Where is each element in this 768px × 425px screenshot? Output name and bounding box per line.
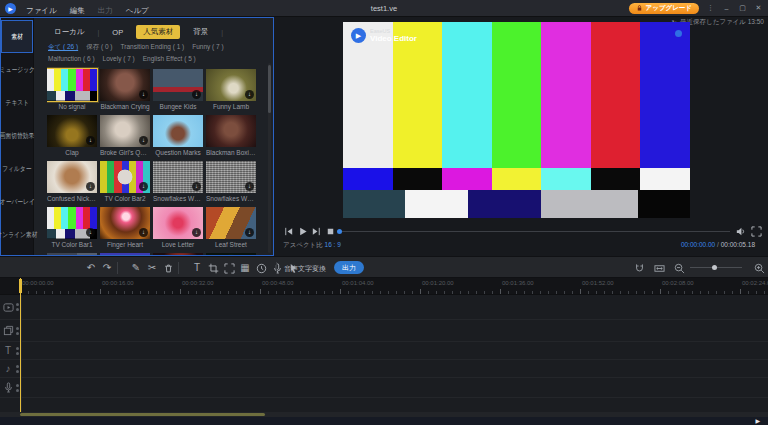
- magnet-icon[interactable]: [633, 262, 645, 274]
- zoom-out-icon[interactable]: [673, 262, 685, 274]
- thumbnail[interactable]: ↓: [47, 207, 97, 239]
- download-icon[interactable]: ↓: [192, 228, 201, 237]
- thumbnail[interactable]: [47, 253, 97, 255]
- download-icon[interactable]: ↓: [139, 136, 148, 145]
- aspect-ratio[interactable]: アスペクト比 16 : 9: [283, 241, 341, 250]
- list-item[interactable]: Blackman Boxing Sm...: [206, 115, 256, 157]
- thumbnail[interactable]: ↓: [100, 115, 150, 147]
- track-toggle-icon[interactable]: [16, 308, 19, 311]
- mic-track-icon[interactable]: [2, 382, 14, 394]
- list-item[interactable]: ↓Clap: [47, 115, 97, 157]
- edit-icon[interactable]: ✎: [130, 262, 142, 274]
- step-back-icon[interactable]: [283, 226, 294, 237]
- filter-link-7[interactable]: English Effect ( 5 ): [143, 55, 196, 62]
- menu-2[interactable]: 編集: [70, 6, 85, 15]
- list-item[interactable]: ↓TV Color Bar2: [100, 161, 150, 203]
- voiceover-track[interactable]: [0, 378, 768, 398]
- download-icon[interactable]: ↓: [139, 90, 148, 99]
- stop-icon[interactable]: [325, 226, 336, 237]
- text-icon[interactable]: T: [191, 262, 203, 274]
- crop-icon[interactable]: [207, 262, 219, 274]
- delete-icon[interactable]: [162, 262, 174, 274]
- download-icon[interactable]: ↓: [86, 182, 95, 191]
- voiceover-icon[interactable]: [271, 262, 283, 274]
- filter-link-5[interactable]: Malfunction ( 6 ): [48, 55, 95, 62]
- tab-2[interactable]: OP: [105, 26, 130, 39]
- download-icon[interactable]: ↓: [139, 182, 148, 191]
- video-track-icon[interactable]: [2, 301, 14, 313]
- sidebar-item-3[interactable]: テキスト: [1, 86, 33, 119]
- download-icon[interactable]: ↓: [245, 182, 254, 191]
- speech-to-text-button[interactable]: 音声文字変換: [284, 264, 326, 274]
- thumbnail[interactable]: ↓: [153, 207, 203, 239]
- thumbnail[interactable]: ↓: [47, 115, 97, 147]
- export-button[interactable]: 出力: [334, 261, 364, 274]
- download-icon[interactable]: ↓: [192, 182, 201, 191]
- list-item[interactable]: [206, 253, 256, 255]
- step-forward-icon[interactable]: [311, 226, 322, 237]
- download-icon[interactable]: ↓: [245, 90, 254, 99]
- timeline-expand-arrow-icon[interactable]: ▶: [755, 418, 760, 424]
- thumbnail[interactable]: ↓: [206, 207, 256, 239]
- thumbnail[interactable]: ↓: [100, 69, 150, 101]
- mosaic-icon[interactable]: ▦: [239, 262, 251, 274]
- track-toggle-icon[interactable]: [16, 352, 19, 355]
- library-scroll-thumb[interactable]: [268, 65, 271, 113]
- download-icon[interactable]: ↓: [139, 228, 148, 237]
- fit-timeline-icon[interactable]: [653, 262, 665, 274]
- tab-1[interactable]: ローカル: [47, 25, 92, 39]
- play-icon[interactable]: [297, 226, 308, 237]
- volume-icon[interactable]: [735, 226, 746, 237]
- close-button[interactable]: ✕: [754, 4, 763, 12]
- thumbnail[interactable]: ↓: [206, 69, 256, 101]
- sidebar-item-5[interactable]: フィルター: [1, 152, 33, 185]
- track-toggle-icon[interactable]: [16, 389, 19, 392]
- playhead[interactable]: [20, 278, 21, 412]
- list-item[interactable]: ↓Bungee Kids: [153, 69, 203, 111]
- thumbnail[interactable]: ↓: [206, 161, 256, 193]
- list-item[interactable]: No signal: [47, 69, 97, 111]
- track-toggle-icon[interactable]: [16, 365, 19, 368]
- sidebar-item-6[interactable]: オーバーレイ: [1, 185, 33, 218]
- list-item[interactable]: ↓Blackman Crying: [100, 69, 150, 111]
- thumbnail[interactable]: [100, 253, 150, 255]
- download-icon[interactable]: ↓: [245, 228, 254, 237]
- text-track[interactable]: T: [0, 342, 768, 360]
- list-item[interactable]: [100, 253, 150, 255]
- sidebar-item-2[interactable]: ミュージック: [1, 53, 33, 86]
- more-button[interactable]: ⋮: [706, 4, 715, 12]
- list-item[interactable]: ↓Funny Lamb: [206, 69, 256, 111]
- track-toggle-icon[interactable]: [16, 303, 19, 306]
- redo-icon[interactable]: ↷: [101, 262, 113, 274]
- thumbnail[interactable]: [153, 115, 203, 147]
- sidebar-item-1[interactable]: 素材: [1, 20, 33, 53]
- download-icon[interactable]: ↓: [86, 228, 95, 237]
- timeline-zoom-handle[interactable]: [712, 265, 717, 270]
- overlay-track[interactable]: [0, 320, 768, 342]
- music-track-icon[interactable]: ♪: [2, 363, 14, 375]
- filter-link-1[interactable]: 全て ( 26 ): [48, 43, 78, 52]
- track-toggle-icon[interactable]: [16, 327, 19, 330]
- list-item[interactable]: Question Marks: [153, 115, 203, 157]
- seek-handle[interactable]: [337, 229, 342, 234]
- minimize-button[interactable]: –: [722, 5, 731, 12]
- tab-4[interactable]: 背景: [186, 25, 215, 39]
- thumbnail[interactable]: [206, 253, 256, 255]
- tab-3[interactable]: 人気素材: [136, 25, 180, 39]
- list-item[interactable]: ↓Leaf Street: [206, 207, 256, 249]
- split-icon[interactable]: ✂: [146, 262, 158, 274]
- thumbnail[interactable]: ↓: [47, 161, 97, 193]
- timeline-hscroll-thumb[interactable]: [20, 413, 265, 416]
- filter-link-4[interactable]: Funny ( 7 ): [192, 43, 223, 52]
- filter-link-3[interactable]: Transition Ending ( 1 ): [121, 43, 185, 52]
- undo-icon[interactable]: ↶: [85, 262, 97, 274]
- download-icon[interactable]: ↓: [192, 90, 201, 99]
- music-track[interactable]: ♪: [0, 360, 768, 378]
- sidebar-item-4[interactable]: 画面切替効果: [1, 119, 33, 152]
- thumbnail[interactable]: [206, 115, 256, 147]
- zoom-icon[interactable]: [223, 262, 235, 274]
- list-item[interactable]: ↓Finger Heart: [100, 207, 150, 249]
- download-icon[interactable]: ↓: [86, 136, 95, 145]
- video-track[interactable]: [0, 295, 768, 320]
- fullscreen-icon[interactable]: [751, 226, 762, 237]
